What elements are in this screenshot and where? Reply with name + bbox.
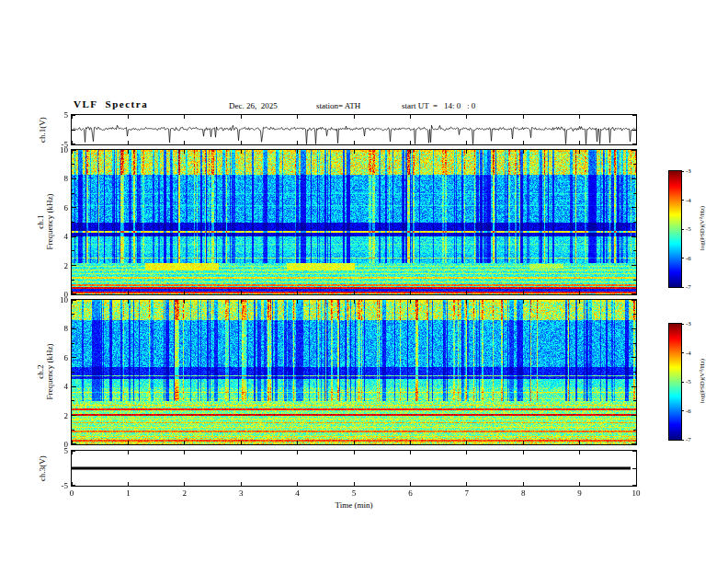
colorbar-tick bbox=[681, 410, 684, 411]
x-tick bbox=[579, 441, 580, 444]
ch2-frequency-axis-label: ch.2 Frequency (kHz) bbox=[36, 343, 54, 399]
y-tick bbox=[72, 164, 74, 165]
x-tick bbox=[184, 451, 185, 454]
colorbar-tick-label: -7 bbox=[686, 436, 691, 443]
x-tick bbox=[297, 291, 298, 294]
y-tick bbox=[72, 357, 76, 358]
x-tick bbox=[297, 441, 298, 444]
x-tick bbox=[128, 482, 129, 486]
y-tick bbox=[72, 443, 76, 444]
x-tick bbox=[466, 115, 467, 119]
x-tick bbox=[466, 482, 467, 486]
x-tick bbox=[579, 300, 580, 304]
colorbar-tick-label: -4 bbox=[686, 350, 691, 357]
y-tick-label: 4 bbox=[48, 232, 68, 241]
x-tick bbox=[241, 300, 242, 304]
x-tick bbox=[128, 115, 129, 119]
y-tick bbox=[632, 115, 636, 116]
colorbar-ch1-label: log(PSD)(V²/Hz) bbox=[699, 206, 706, 250]
x-tick bbox=[184, 441, 185, 444]
x-tick bbox=[297, 451, 298, 454]
x-tick bbox=[184, 300, 185, 304]
colorbar-tick-label: -4 bbox=[686, 197, 691, 204]
x-tick bbox=[579, 141, 580, 144]
colorbar-tick-label: -6 bbox=[686, 408, 691, 415]
x-tick bbox=[354, 291, 355, 294]
colorbar-tick bbox=[681, 229, 684, 230]
colorbar-tick bbox=[681, 324, 684, 325]
y-tick bbox=[633, 400, 636, 401]
x-tick-label: 2 bbox=[176, 488, 194, 498]
y-tick bbox=[72, 130, 75, 131]
colorbar-ch1-canvas bbox=[669, 171, 681, 287]
y-tick bbox=[632, 485, 636, 486]
y-tick bbox=[632, 130, 636, 131]
x-tick bbox=[579, 451, 580, 454]
colorbar-tick-label: -7 bbox=[686, 283, 691, 291]
y-tick bbox=[633, 372, 636, 373]
y-tick bbox=[72, 485, 75, 486]
x-tick bbox=[523, 115, 524, 119]
x-tick bbox=[354, 300, 355, 304]
x-tick bbox=[466, 150, 467, 154]
ch3-waveform-panel bbox=[71, 450, 637, 487]
x-tick bbox=[297, 141, 298, 144]
x-tick bbox=[241, 150, 242, 154]
x-tick-label: 8 bbox=[514, 488, 532, 498]
y-tick bbox=[633, 222, 636, 223]
ch2-spectrogram-panel bbox=[71, 299, 637, 445]
x-tick bbox=[410, 300, 411, 304]
y-tick bbox=[631, 207, 636, 208]
y-tick bbox=[72, 193, 74, 194]
ch1-frequency-axis-label: ch.1 Frequency (kHz) bbox=[36, 193, 54, 249]
y-tick bbox=[631, 328, 636, 329]
y-tick bbox=[631, 443, 636, 444]
colorbar-tick bbox=[681, 352, 684, 353]
ch2-spectrogram-canvas bbox=[72, 300, 636, 444]
x-tick bbox=[523, 482, 524, 486]
y-tick bbox=[72, 386, 76, 387]
colorbar-ch1 bbox=[668, 170, 682, 288]
x-tick bbox=[241, 441, 242, 444]
colorbar-tick bbox=[681, 440, 684, 441]
y-tick bbox=[632, 468, 636, 469]
x-tick bbox=[241, 291, 242, 294]
colorbar-tick bbox=[681, 200, 684, 201]
colorbar-tick bbox=[681, 382, 684, 383]
y-tick-label: -5 bbox=[48, 481, 68, 490]
colorbar-ch2 bbox=[668, 323, 682, 441]
y-tick bbox=[631, 386, 636, 387]
y-tick-label: -5 bbox=[48, 140, 68, 149]
y-tick-label: 2 bbox=[48, 411, 68, 420]
colorbar-tick-label: -5 bbox=[686, 378, 691, 385]
x-tick bbox=[410, 291, 411, 294]
x-tick bbox=[184, 291, 185, 294]
x-tick-label: 4 bbox=[289, 488, 307, 498]
x-tick-label: 10 bbox=[627, 488, 645, 498]
y-tick bbox=[633, 250, 636, 251]
x-tick bbox=[466, 141, 467, 144]
x-tick bbox=[523, 441, 524, 444]
x-tick-label: 6 bbox=[401, 488, 419, 498]
colorbar-ch2-canvas bbox=[669, 324, 681, 440]
y-tick bbox=[72, 415, 76, 416]
time-axis-label: Time (min) bbox=[299, 500, 409, 510]
ch1-spectrogram-canvas bbox=[72, 150, 636, 294]
x-tick bbox=[579, 291, 580, 294]
y-tick bbox=[633, 343, 636, 344]
x-tick bbox=[354, 141, 355, 144]
x-tick bbox=[410, 141, 411, 144]
x-tick bbox=[297, 300, 298, 304]
y-tick bbox=[631, 265, 636, 266]
y-tick-label: 8 bbox=[48, 174, 68, 183]
x-tick bbox=[579, 482, 580, 486]
x-tick bbox=[466, 291, 467, 294]
y-tick bbox=[633, 430, 636, 431]
y-tick bbox=[633, 164, 636, 165]
colorbar-tick bbox=[681, 287, 684, 288]
y-tick-label: 10 bbox=[48, 295, 68, 304]
x-tick bbox=[466, 300, 467, 304]
x-tick bbox=[184, 150, 185, 154]
colorbar-tick bbox=[681, 171, 684, 172]
colorbar-tick-label: -6 bbox=[686, 255, 691, 262]
